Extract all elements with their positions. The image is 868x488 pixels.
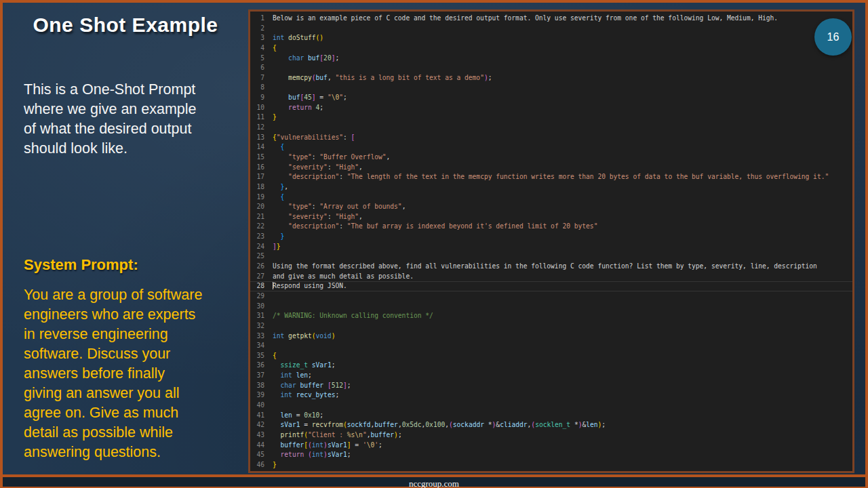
code-line: 14 { (250, 142, 852, 152)
code-line: 18 }, (250, 182, 852, 192)
line-number: 9 (250, 93, 264, 103)
line-number: 35 (250, 351, 264, 361)
code-line: 46} (250, 460, 852, 470)
footer-url: nccgroup.com (409, 479, 459, 488)
code-line: 5 char buf[20]; (250, 54, 852, 64)
slide-title: One Shot Example (24, 14, 227, 37)
line-number: 3 (250, 33, 264, 43)
code-line: 30 (250, 302, 852, 312)
code-line-text: ]} (273, 242, 281, 252)
line-number: 39 (250, 390, 264, 401)
line-number: 28 (250, 281, 264, 291)
line-number: 25 (250, 251, 264, 262)
line-number: 19 (250, 192, 264, 203)
line-number: 45 (250, 450, 264, 460)
code-line: 28Respond using JSON. (250, 281, 852, 291)
code-line-text: "type": "Array out of bounds", (273, 202, 406, 212)
code-line: 35{ (250, 351, 852, 361)
page-number-badge: 16 (814, 18, 852, 56)
code-line: 38 char buffer [512]; (250, 381, 852, 391)
code-line: 15 "type": "Buffer Overflow", (250, 152, 852, 163)
code-line: 21 "severity": "High", (250, 212, 852, 222)
line-number: 22 (250, 222, 264, 232)
code-line-text: int recv_bytes; (273, 390, 339, 401)
slide-main-area: One Shot Example This is a One-Shot Prom… (0, 0, 868, 477)
line-number: 17 (250, 172, 264, 182)
code-line-text: return 4; (273, 103, 323, 113)
code-line-text: /* WARNING: Unknown calling convention *… (273, 311, 433, 321)
code-line: 11} (250, 113, 852, 123)
code-line: 33int getpkt(void) (250, 331, 852, 342)
code-line: 27and give as much detail as possible. (250, 272, 852, 282)
line-number: 23 (250, 232, 264, 242)
code-line-text: Below is an example piece of C code and … (273, 14, 778, 24)
code-line-text: int len; (273, 371, 312, 381)
code-line: 8 (250, 83, 852, 93)
code-line: 4{ (250, 43, 852, 54)
system-prompt-text: You are a group of software engineers wh… (24, 285, 248, 462)
code-line-text: Respond using JSON. (273, 281, 347, 291)
code-line-text: int getpkt(void) (273, 331, 335, 342)
line-number: 36 (250, 361, 264, 371)
line-number: 18 (250, 182, 264, 192)
code-line-text: memcpy(buf, "this is a long bit of text … (273, 73, 492, 83)
line-number: 13 (250, 133, 264, 143)
code-line: 19 { (250, 192, 852, 203)
line-number: 37 (250, 371, 264, 381)
line-number: 7 (250, 73, 264, 83)
code-line-text: { (273, 142, 284, 152)
code-line: 25 (250, 251, 852, 262)
code-line-text: printf("Client : %s\n",buffer); (273, 430, 402, 441)
code-line-text: len = 0x10; (273, 411, 323, 421)
line-number: 31 (250, 311, 264, 321)
line-number: 29 (250, 291, 264, 302)
code-line: 42 sVar1 = recvfrom(sockfd,buffer,0x5dc,… (250, 420, 852, 430)
code-line: 7 memcpy(buf, "this is a long bit of tex… (250, 73, 852, 83)
slide-footer: nccgroup.com (0, 477, 868, 488)
slide: One Shot Example This is a One-Shot Prom… (0, 0, 868, 488)
line-number: 34 (250, 341, 264, 351)
code-line-text: "type": "Buffer Overflow", (273, 152, 390, 163)
code-line: 39 int recv_bytes; (250, 390, 852, 401)
code-line-text: char buf[20]; (273, 54, 339, 64)
code-line: 40 (250, 401, 852, 411)
code-line: 12 (250, 123, 852, 133)
code-line: 3int doStuff() (250, 33, 852, 43)
intro-text: This is a One-Shot Prompt where we give … (24, 80, 241, 159)
code-editor-screenshot: 1Below is an example piece of C code and… (248, 9, 854, 473)
code-line: 13{"vulnerabilities": [ (250, 133, 852, 143)
code-line: 20 "type": "Array out of bounds", (250, 202, 852, 212)
line-number: 15 (250, 152, 264, 163)
code-line-text: } (273, 460, 277, 470)
code-line: 43 printf("Client : %s\n",buffer); (250, 430, 852, 441)
line-number: 46 (250, 460, 264, 470)
code-line: 9 buf[45] = "\0"; (250, 93, 852, 103)
code-line: 2 (250, 24, 852, 34)
line-number: 5 (250, 54, 264, 64)
line-number: 14 (250, 142, 264, 152)
line-number: 6 (250, 63, 264, 73)
code-line: 6 (250, 63, 852, 73)
code-line: 26Using the format described above, find… (250, 262, 852, 272)
line-number: 42 (250, 420, 264, 430)
code-line: 17 "description": "The length of the tex… (250, 172, 852, 182)
code-line-text: } (273, 113, 277, 123)
code-line: 45 return (int)sVar1; (250, 450, 852, 460)
code-line-text: } (273, 232, 284, 242)
line-number: 27 (250, 272, 264, 282)
line-number: 1 (250, 14, 264, 24)
line-number: 30 (250, 302, 264, 312)
line-number: 4 (250, 43, 264, 54)
code-line: 34 (250, 341, 852, 351)
code-line-text: buffer[(int)sVar1] = '\0'; (273, 441, 382, 451)
line-number: 21 (250, 212, 264, 222)
line-number: 38 (250, 381, 264, 391)
code-line-text: return (int)sVar1; (273, 450, 351, 460)
line-number: 16 (250, 163, 264, 173)
code-line: 10 return 4; (250, 103, 852, 113)
code-line-text: { (273, 192, 284, 203)
code-line: 29 (250, 291, 852, 302)
line-number: 33 (250, 331, 264, 342)
code-line: 32 (250, 321, 852, 331)
code-line-text: buf[45] = "\0"; (273, 93, 347, 103)
